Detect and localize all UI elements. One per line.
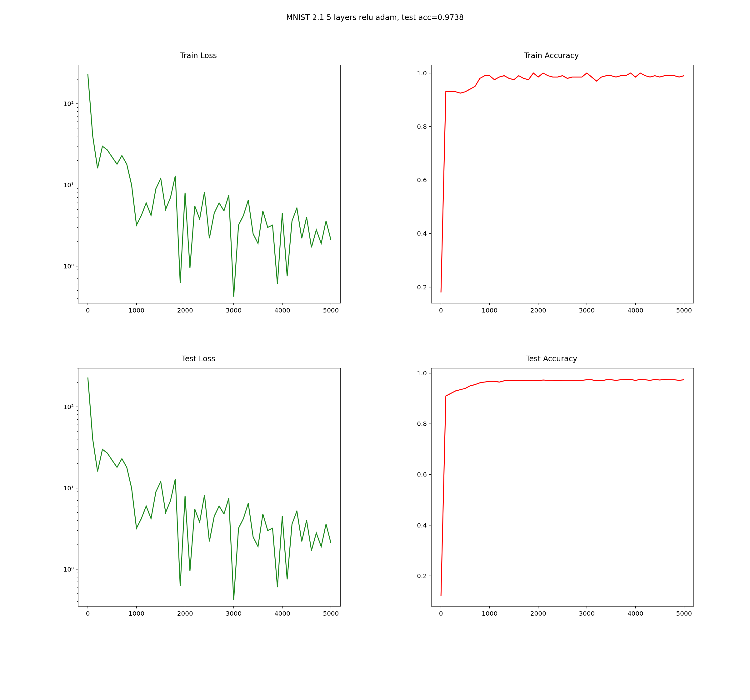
subplot-grid: Train Loss 01000200030004000500010⁰10¹10… <box>50 63 700 625</box>
svg-text:3000: 3000 <box>226 306 241 314</box>
svg-text:2000: 2000 <box>530 306 546 314</box>
svg-text:10¹: 10¹ <box>63 181 74 189</box>
svg-rect-59 <box>431 65 694 303</box>
svg-text:1000: 1000 <box>481 306 498 314</box>
svg-text:0: 0 <box>86 610 90 617</box>
svg-text:10⁰: 10⁰ <box>63 263 74 270</box>
svg-text:1000: 1000 <box>481 610 498 617</box>
svg-text:4000: 4000 <box>627 306 644 314</box>
svg-text:4000: 4000 <box>627 610 644 617</box>
subplot-title: Train Accuracy <box>403 51 700 60</box>
subplot-train-loss: Train Loss 01000200030004000500010⁰10¹10… <box>50 63 347 322</box>
subplot-title: Train Loss <box>50 51 347 60</box>
svg-rect-0 <box>78 65 341 303</box>
svg-text:10¹: 10¹ <box>63 485 74 492</box>
svg-text:10²: 10² <box>63 100 74 108</box>
svg-text:3000: 3000 <box>579 306 595 314</box>
svg-text:2000: 2000 <box>177 610 193 617</box>
subplot-test-acc: Test Accuracy 0100020003000400050000.20.… <box>403 366 700 625</box>
svg-text:0.2: 0.2 <box>417 572 427 580</box>
svg-text:0: 0 <box>439 610 443 617</box>
chart-test-loss: 01000200030004000500010⁰10¹10² <box>50 366 347 625</box>
svg-text:3000: 3000 <box>226 610 241 617</box>
svg-text:0.6: 0.6 <box>417 176 427 184</box>
svg-text:10²: 10² <box>63 403 74 411</box>
svg-text:0: 0 <box>439 306 443 314</box>
figure-suptitle: MNIST 2.1 5 layers relu adam, test acc=0… <box>0 13 750 22</box>
svg-text:4000: 4000 <box>274 306 290 314</box>
svg-text:0.4: 0.4 <box>417 522 427 529</box>
svg-text:1000: 1000 <box>128 610 144 617</box>
svg-text:3000: 3000 <box>579 610 595 617</box>
subplot-title: Test Accuracy <box>403 354 700 363</box>
chart-train-acc: 0100020003000400050000.20.40.60.81.0 <box>403 63 700 322</box>
chart-test-acc: 0100020003000400050000.20.40.60.81.0 <box>403 366 700 625</box>
svg-text:10⁰: 10⁰ <box>63 566 74 573</box>
svg-text:2000: 2000 <box>530 610 546 617</box>
svg-text:5000: 5000 <box>323 306 339 314</box>
svg-text:5000: 5000 <box>323 610 339 617</box>
svg-text:0.8: 0.8 <box>417 123 427 130</box>
svg-text:1.0: 1.0 <box>417 69 427 77</box>
svg-rect-82 <box>78 368 341 606</box>
svg-text:0: 0 <box>86 306 90 314</box>
svg-text:4000: 4000 <box>274 610 290 617</box>
svg-text:1000: 1000 <box>128 306 144 314</box>
svg-text:5000: 5000 <box>676 610 692 617</box>
svg-text:1.0: 1.0 <box>417 369 427 377</box>
svg-rect-141 <box>431 368 694 606</box>
chart-train-loss: 01000200030004000500010⁰10¹10² <box>50 63 347 322</box>
svg-text:0.6: 0.6 <box>417 471 427 478</box>
svg-text:2000: 2000 <box>177 306 193 314</box>
svg-text:5000: 5000 <box>676 306 692 314</box>
subplot-test-loss: Test Loss 01000200030004000500010⁰10¹10² <box>50 366 347 625</box>
svg-text:0.2: 0.2 <box>417 283 427 291</box>
svg-text:0.8: 0.8 <box>417 420 427 428</box>
subplot-train-acc: Train Accuracy 0100020003000400050000.20… <box>403 63 700 322</box>
svg-text:0.4: 0.4 <box>417 230 427 237</box>
subplot-title: Test Loss <box>50 354 347 363</box>
